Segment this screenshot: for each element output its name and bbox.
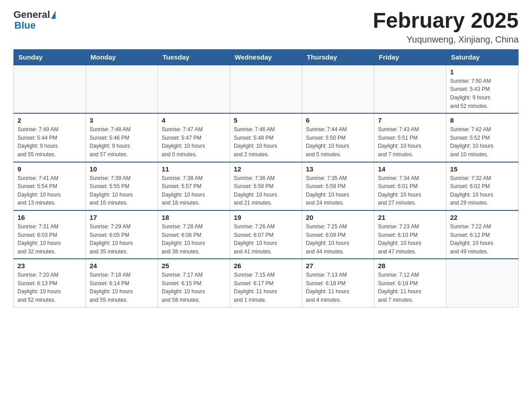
week-row-1: 1Sunrise: 7:50 AM Sunset: 5:43 PM Daylig… (14, 65, 519, 113)
day-number: 20 (306, 214, 370, 221)
calendar-cell: 11Sunrise: 7:38 AM Sunset: 5:57 PM Dayli… (158, 162, 230, 210)
day-number: 19 (234, 214, 298, 221)
calendar-cell (14, 65, 86, 113)
day-info: Sunrise: 7:28 AM Sunset: 6:06 PM Dayligh… (162, 223, 226, 256)
calendar-cell: 14Sunrise: 7:34 AM Sunset: 6:01 PM Dayli… (374, 162, 446, 210)
calendar-cell (302, 65, 374, 113)
day-number: 18 (162, 214, 226, 221)
day-number: 5 (234, 116, 298, 124)
calendar-cell: 16Sunrise: 7:31 AM Sunset: 6:03 PM Dayli… (14, 210, 86, 259)
calendar-cell (374, 65, 446, 113)
day-info: Sunrise: 7:15 AM Sunset: 6:17 PM Dayligh… (234, 271, 298, 304)
week-row-4: 16Sunrise: 7:31 AM Sunset: 6:03 PM Dayli… (14, 210, 519, 259)
weekday-header-tuesday: Tuesday (158, 49, 230, 65)
calendar-cell: 25Sunrise: 7:17 AM Sunset: 6:15 PM Dayli… (158, 259, 230, 307)
title-block: February 2025 Yuqunweng, Xinjiang, China (373, 9, 519, 45)
day-info: Sunrise: 7:17 AM Sunset: 6:15 PM Dayligh… (162, 271, 226, 304)
calendar-cell: 20Sunrise: 7:25 AM Sunset: 6:09 PM Dayli… (302, 210, 374, 259)
day-number: 25 (162, 262, 226, 270)
calendar-cell (446, 259, 519, 307)
day-number: 27 (306, 262, 370, 270)
logo-blue-text: Blue (14, 21, 36, 30)
day-number: 2 (17, 116, 82, 124)
day-info: Sunrise: 7:39 AM Sunset: 5:55 PM Dayligh… (90, 174, 154, 207)
day-number: 23 (17, 262, 82, 270)
day-number: 12 (234, 165, 298, 173)
week-row-5: 23Sunrise: 7:20 AM Sunset: 6:13 PM Dayli… (14, 259, 519, 307)
day-number: 15 (450, 165, 515, 173)
week-row-2: 2Sunrise: 7:49 AM Sunset: 5:44 PM Daylig… (14, 113, 519, 162)
page-header: General Blue February 2025 Yuqunweng, Xi… (13, 9, 519, 45)
calendar-cell: 17Sunrise: 7:29 AM Sunset: 6:05 PM Dayli… (86, 210, 158, 259)
day-number: 7 (378, 116, 442, 124)
day-info: Sunrise: 7:47 AM Sunset: 5:47 PM Dayligh… (162, 125, 226, 158)
weekday-header-thursday: Thursday (302, 49, 374, 65)
day-number: 6 (306, 116, 370, 124)
calendar-cell: 23Sunrise: 7:20 AM Sunset: 6:13 PM Dayli… (14, 259, 86, 307)
day-number: 26 (234, 262, 298, 270)
day-info: Sunrise: 7:32 AM Sunset: 6:02 PM Dayligh… (450, 174, 515, 207)
day-info: Sunrise: 7:29 AM Sunset: 6:05 PM Dayligh… (90, 223, 154, 256)
calendar-cell (86, 65, 158, 113)
day-info: Sunrise: 7:18 AM Sunset: 6:14 PM Dayligh… (90, 271, 154, 304)
day-info: Sunrise: 7:42 AM Sunset: 5:52 PM Dayligh… (450, 125, 515, 158)
calendar-cell: 10Sunrise: 7:39 AM Sunset: 5:55 PM Dayli… (86, 162, 158, 210)
day-info: Sunrise: 7:48 AM Sunset: 5:46 PM Dayligh… (90, 125, 154, 158)
day-info: Sunrise: 7:46 AM Sunset: 5:48 PM Dayligh… (234, 125, 298, 158)
day-info: Sunrise: 7:12 AM Sunset: 6:19 PM Dayligh… (378, 271, 442, 304)
day-info: Sunrise: 7:31 AM Sunset: 6:03 PM Dayligh… (17, 223, 82, 256)
day-info: Sunrise: 7:50 AM Sunset: 5:43 PM Dayligh… (450, 77, 515, 110)
day-number: 28 (378, 262, 442, 270)
week-row-3: 9Sunrise: 7:41 AM Sunset: 5:54 PM Daylig… (14, 162, 519, 210)
calendar-cell: 1Sunrise: 7:50 AM Sunset: 5:43 PM Daylig… (446, 65, 519, 113)
weekday-header-wednesday: Wednesday (230, 49, 302, 65)
day-number: 17 (90, 214, 154, 221)
day-number: 24 (90, 262, 154, 270)
calendar-cell (230, 65, 302, 113)
day-info: Sunrise: 7:20 AM Sunset: 6:13 PM Dayligh… (17, 271, 82, 304)
calendar-cell: 5Sunrise: 7:46 AM Sunset: 5:48 PM Daylig… (230, 113, 302, 162)
logo-general-text: General (13, 9, 50, 21)
calendar-cell: 28Sunrise: 7:12 AM Sunset: 6:19 PM Dayli… (374, 259, 446, 307)
day-number: 9 (17, 165, 82, 173)
day-info: Sunrise: 7:22 AM Sunset: 6:12 PM Dayligh… (450, 223, 515, 256)
day-number: 13 (306, 165, 370, 173)
calendar-cell: 3Sunrise: 7:48 AM Sunset: 5:46 PM Daylig… (86, 113, 158, 162)
day-info: Sunrise: 7:23 AM Sunset: 6:10 PM Dayligh… (378, 223, 442, 256)
calendar-cell: 6Sunrise: 7:44 AM Sunset: 5:50 PM Daylig… (302, 113, 374, 162)
calendar-cell: 2Sunrise: 7:49 AM Sunset: 5:44 PM Daylig… (14, 113, 86, 162)
calendar-cell: 27Sunrise: 7:13 AM Sunset: 6:18 PM Dayli… (302, 259, 374, 307)
weekday-header-saturday: Saturday (446, 49, 519, 65)
calendar-cell: 4Sunrise: 7:47 AM Sunset: 5:47 PM Daylig… (158, 113, 230, 162)
day-number: 4 (162, 116, 226, 124)
day-info: Sunrise: 7:34 AM Sunset: 6:01 PM Dayligh… (378, 174, 442, 207)
day-info: Sunrise: 7:36 AM Sunset: 5:58 PM Dayligh… (234, 174, 298, 207)
day-info: Sunrise: 7:41 AM Sunset: 5:54 PM Dayligh… (17, 174, 82, 207)
calendar-cell: 24Sunrise: 7:18 AM Sunset: 6:14 PM Dayli… (86, 259, 158, 307)
calendar-cell: 13Sunrise: 7:35 AM Sunset: 5:59 PM Dayli… (302, 162, 374, 210)
calendar-cell: 18Sunrise: 7:28 AM Sunset: 6:06 PM Dayli… (158, 210, 230, 259)
calendar-cell: 21Sunrise: 7:23 AM Sunset: 6:10 PM Dayli… (374, 210, 446, 259)
day-number: 3 (90, 116, 154, 124)
day-number: 1 (450, 68, 515, 76)
weekday-header-friday: Friday (374, 49, 446, 65)
weekday-header-monday: Monday (86, 49, 158, 65)
month-title: February 2025 (373, 9, 519, 33)
day-number: 14 (378, 165, 442, 173)
location-text: Yuqunweng, Xinjiang, China (373, 34, 519, 45)
day-number: 8 (450, 116, 515, 124)
day-number: 22 (450, 214, 515, 221)
day-info: Sunrise: 7:49 AM Sunset: 5:44 PM Dayligh… (17, 125, 82, 158)
calendar-cell: 8Sunrise: 7:42 AM Sunset: 5:52 PM Daylig… (446, 113, 519, 162)
calendar-cell: 9Sunrise: 7:41 AM Sunset: 5:54 PM Daylig… (14, 162, 86, 210)
calendar-cell: 15Sunrise: 7:32 AM Sunset: 6:02 PM Dayli… (446, 162, 519, 210)
day-info: Sunrise: 7:26 AM Sunset: 6:07 PM Dayligh… (234, 223, 298, 256)
weekday-header-sunday: Sunday (14, 49, 86, 65)
calendar-cell: 7Sunrise: 7:43 AM Sunset: 5:51 PM Daylig… (374, 113, 446, 162)
day-number: 16 (17, 214, 82, 221)
logo-triangle-icon (51, 11, 56, 19)
day-number: 11 (162, 165, 226, 173)
weekday-header-row: SundayMondayTuesdayWednesdayThursdayFrid… (14, 49, 519, 65)
day-info: Sunrise: 7:13 AM Sunset: 6:18 PM Dayligh… (306, 271, 370, 304)
calendar-cell: 22Sunrise: 7:22 AM Sunset: 6:12 PM Dayli… (446, 210, 519, 259)
